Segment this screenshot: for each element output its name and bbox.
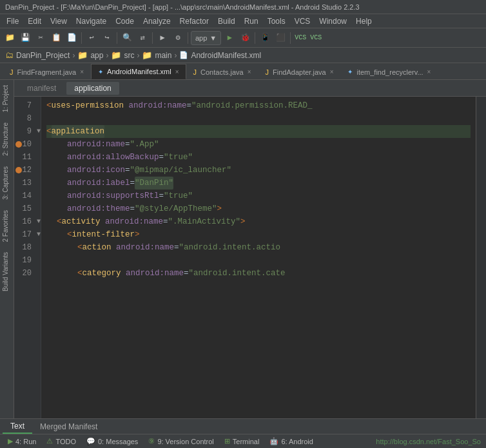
toolbar-sdk[interactable]: ⬛	[273, 31, 287, 45]
toolbar-redo[interactable]: ↪	[100, 31, 114, 45]
menu-navigate[interactable]: Navigate	[72, 15, 110, 27]
toolbar-sep-1	[81, 32, 82, 44]
side-label-build-variants[interactable]: Build Variants	[0, 247, 14, 297]
menu-analyze[interactable]: Analyze	[139, 15, 175, 27]
toolbar-debug[interactable]: 🐞	[238, 31, 252, 45]
tab-contacts[interactable]: J Contacts.java ×	[186, 64, 258, 79]
code-line-9: <application	[46, 125, 471, 138]
right-sidebar	[476, 97, 486, 418]
breadcrumb-project-label: DanPin_Project	[16, 51, 70, 60]
main-layout: 1: Project 2: Structure 3: Captures 2 Fa…	[0, 80, 486, 418]
run-icon: ▶	[8, 437, 13, 445]
tab-androidmanifest[interactable]: ✦ AndroidManifest.xml ×	[91, 64, 186, 79]
terminal-icon: ⊞	[224, 437, 230, 445]
fold-icon-9[interactable]: ▼	[37, 125, 41, 138]
toolbar-undo[interactable]: ↩	[84, 31, 99, 45]
line-numbers: 7 8 9 ▼ 10 11 12 13 14 15	[14, 97, 41, 418]
bottom-tab-text[interactable]: Text	[3, 419, 32, 434]
toolbar-sep-3	[152, 32, 153, 44]
status-run-btn[interactable]: ▶ 4: Run	[5, 437, 39, 445]
title-bar: DanPin_Project - [F:\MaYun\DanPin_Projec…	[0, 0, 486, 14]
menu-help[interactable]: Help	[352, 15, 376, 27]
toolbar-btn-5[interactable]: 📄	[64, 31, 79, 45]
code-line-14: android:supportsRtl="true"	[46, 190, 471, 202]
status-vcs-btn[interactable]: ⑨ 9: Version Control	[146, 437, 216, 445]
code-line-12: android:icon="@mipmap/ic_launcher"	[46, 164, 471, 177]
toolbar-vcs2[interactable]: VCS	[309, 31, 323, 45]
breadcrumb-main[interactable]: 📁 main	[142, 50, 171, 60]
menu-edit[interactable]: Edit	[24, 15, 45, 27]
editor-tab-application[interactable]: application	[66, 82, 119, 95]
line-num-20: 20	[14, 267, 35, 280]
code-line-10: android:name=".App"	[46, 138, 471, 151]
toolbar-btn-3[interactable]: ✂	[34, 31, 48, 45]
status-android-btn[interactable]: 🤖 6: Android	[267, 437, 316, 445]
code-line-18: <action android:name="android.intent.act…	[46, 241, 471, 254]
tab-close-androidmanifest[interactable]: ×	[175, 68, 179, 75]
tab-close-findadapter[interactable]: ×	[330, 68, 334, 75]
toolbar-avd[interactable]: 📱	[258, 31, 272, 45]
menu-code[interactable]: Code	[112, 15, 138, 27]
code-line-15: android:theme="@style/AppTheme">	[46, 202, 471, 215]
menu-vcs[interactable]: VCS	[291, 15, 315, 27]
tab-label-androidmanifest: AndroidManifest.xml	[107, 68, 171, 75]
tab-close-findfragment[interactable]: ×	[80, 68, 84, 75]
tab-close-contacts[interactable]: ×	[248, 68, 251, 75]
editor-panel: manifest application 7 8 9 ▼ 10 11 12	[14, 80, 486, 418]
tab-icon-xml-2: ✦	[347, 68, 353, 75]
tab-label-findfragment: FindFragment.java	[17, 68, 77, 76]
code-content[interactable]: <uses-permission android:name="android.p…	[41, 97, 476, 418]
file-tabs: J FindFragment.java × ✦ AndroidManifest.…	[0, 63, 486, 80]
breadcrumb-project[interactable]: 🗂 DanPin_Project	[5, 50, 70, 60]
toolbar-btn-2[interactable]: 💾	[18, 31, 32, 45]
app-selector[interactable]: app ▼	[191, 31, 221, 45]
status-todo-btn[interactable]: ⚠ TODO	[44, 437, 79, 445]
menu-view[interactable]: View	[46, 15, 71, 27]
side-label-project[interactable]: 1: Project	[0, 80, 14, 117]
fold-icon-16[interactable]: ▼	[37, 215, 41, 228]
tab-item-find[interactable]: ✦ item_find_recyclerv... ×	[340, 64, 438, 79]
code-area: 7 8 9 ▼ 10 11 12 13 14 15	[14, 97, 486, 418]
code-line-16: <activity android:name=".MainActivity">	[46, 215, 471, 228]
side-label-structure[interactable]: 2: Structure	[0, 117, 14, 161]
menu-window[interactable]: Window	[315, 15, 351, 27]
app-selector-label: app	[195, 34, 207, 42]
menu-file[interactable]: File	[3, 15, 23, 27]
tab-close-item-find[interactable]: ×	[427, 68, 431, 75]
menu-build[interactable]: Build	[214, 15, 239, 27]
toolbar-run[interactable]: ▶	[222, 31, 237, 45]
breadcrumb-file[interactable]: 📄 AndroidManifest.xml	[179, 51, 261, 60]
toolbar-search[interactable]: 🔍	[120, 31, 134, 45]
tab-icon-java-2: J	[193, 68, 197, 76]
toolbar-replace[interactable]: ⇄	[135, 31, 150, 45]
bottom-tab-merged-manifest[interactable]: Merged Manifest	[32, 419, 105, 434]
fold-icon-17[interactable]: ▼	[37, 228, 41, 241]
status-vcs-label: 9: Version Control	[157, 438, 213, 445]
status-bar: ▶ 4: Run ⚠ TODO 💬 0: Messages ⑨ 9: Versi…	[0, 434, 486, 448]
tab-findfragment[interactable]: J FindFragment.java ×	[3, 64, 91, 79]
editor-tab-manifest[interactable]: manifest	[19, 82, 64, 95]
breadcrumb-main-label: main	[155, 51, 171, 60]
menu-run[interactable]: Run	[240, 15, 262, 27]
menu-tools[interactable]: Tools	[264, 15, 289, 27]
breadcrumb-file-label: AndroidManifest.xml	[191, 51, 261, 60]
breadcrumb-sep-2: ›	[106, 51, 108, 60]
status-terminal-label: Terminal	[233, 438, 260, 445]
toolbar-sep-5	[255, 32, 255, 44]
breadcrumb-src[interactable]: 📁 src	[111, 50, 134, 60]
status-terminal-btn[interactable]: ⊞ Terminal	[222, 437, 262, 445]
toolbar-sep-4	[188, 32, 188, 44]
status-messages-btn[interactable]: 💬 0: Messages	[84, 437, 141, 445]
toolbar-run-config[interactable]: ▶	[155, 31, 170, 45]
android-icon: 🤖	[269, 437, 278, 445]
toolbar-btn-6[interactable]: ⚙	[171, 31, 185, 45]
toolbar-btn-1[interactable]: 📁	[3, 31, 17, 45]
breadcrumb-app[interactable]: 📁 app	[77, 50, 103, 60]
breadcrumb-sep-3: ›	[137, 51, 139, 60]
menu-refactor[interactable]: Refactor	[176, 15, 213, 27]
toolbar-vcs1[interactable]: VCS	[293, 31, 307, 45]
tab-findadapter[interactable]: J FindAdapter.java ×	[258, 64, 341, 79]
toolbar-btn-4[interactable]: 📋	[49, 31, 63, 45]
side-label-favorites[interactable]: 2 Favorites	[0, 205, 14, 247]
side-label-captures[interactable]: 3: Captures	[0, 161, 14, 205]
